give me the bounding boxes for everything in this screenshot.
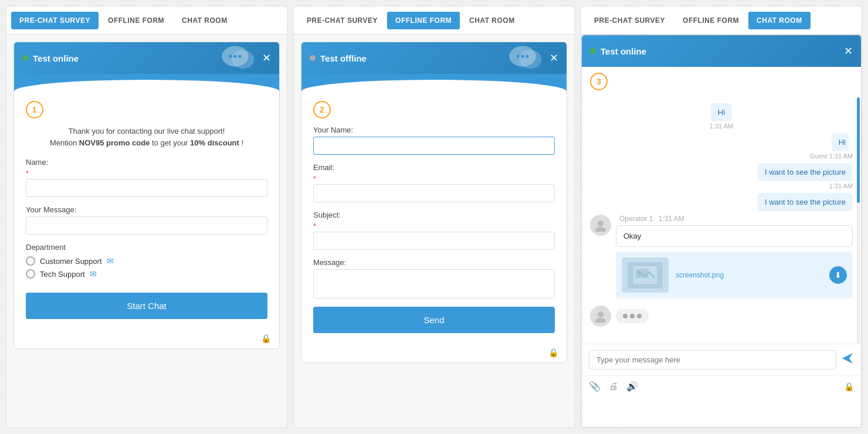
- sound-icon[interactable]: 🔊: [626, 381, 638, 392]
- attachment-icon[interactable]: 📎: [589, 381, 601, 392]
- chat-messages-area[interactable]: Hi 1:31 AM Hi Guest 1:31 AM I want to se…: [582, 97, 861, 344]
- widget-body-2: 2 Your Name: Email: * Subject: * Message…: [301, 91, 567, 343]
- subject-label-2: Subject:: [313, 211, 555, 219]
- svg-point-4: [238, 55, 241, 57]
- tab-chat-room-1[interactable]: CHAT ROOM: [174, 12, 236, 29]
- header-decoration-2: [502, 42, 543, 74]
- svg-marker-17: [842, 353, 853, 364]
- lock-icon-1: 🔒: [261, 334, 271, 343]
- operator-avatar: [590, 215, 611, 236]
- wave-decor-1: [14, 74, 279, 91]
- tab-chat-room-3[interactable]: CHAT ROOM: [748, 12, 811, 29]
- radio-label-cs: Customer Support: [40, 257, 102, 266]
- tab-bar-2: PRE-CHAT SURVEY OFFLINE FORM CHAT ROOM: [294, 6, 574, 35]
- tab-bar-1: PRE-CHAT SURVEY OFFLINE FORM CHAT ROOM: [6, 6, 287, 35]
- download-button[interactable]: ⬇: [829, 266, 847, 284]
- close-button-1[interactable]: ✕: [262, 53, 271, 63]
- chat-widget-2: Test offline ✕ 2 Your Name:: [301, 42, 567, 363]
- email-icon-ts: ✉: [90, 269, 97, 279]
- widget-container-2: Test offline ✕ 2 Your Name:: [294, 35, 574, 428]
- radio-tech-support[interactable]: Tech Support ✉: [26, 269, 267, 279]
- radio-btn-ts[interactable]: [26, 269, 35, 279]
- tab-pre-chat-survey-3[interactable]: PRE-CHAT SURVEY: [586, 12, 673, 29]
- status-dot-2: [310, 55, 316, 61]
- email-input-2[interactable]: [313, 184, 555, 202]
- message-label-1: Your Message:: [26, 205, 267, 214]
- file-name: screenshot.png: [676, 271, 825, 279]
- widget-footer-1: 🔒: [14, 328, 279, 348]
- message-input-area: [582, 344, 861, 375]
- tab-chat-room-2[interactable]: CHAT ROOM: [461, 12, 523, 29]
- panel-pre-chat: PRE-CHAT SURVEY OFFLINE FORM CHAT ROOM T…: [6, 6, 287, 428]
- msg-time-hi: 1:31 AM: [710, 123, 733, 130]
- operator-msg-text: Okay: [616, 225, 853, 247]
- chat-bubble-svg-2: [502, 42, 543, 74]
- message-input-2[interactable]: [313, 269, 555, 299]
- file-row: screenshot.png ⬇: [676, 266, 847, 284]
- lock-icon-2: 🔒: [548, 348, 558, 357]
- radio-customer-support[interactable]: Customer Support ✉: [26, 256, 267, 266]
- svg-point-14: [638, 270, 641, 274]
- msg-time-picture-1: 1:31 AM: [829, 182, 853, 189]
- toolbar-icons: 📎 🖨 🔊 🔒: [582, 375, 861, 396]
- step-circle-2: 2: [313, 101, 331, 118]
- operator-name-time: Operator 1 1:31 AM: [616, 215, 853, 223]
- widget-footer-2: 🔒: [301, 343, 567, 362]
- message-input-1[interactable]: [26, 216, 267, 235]
- wave-decor-2: [301, 74, 567, 91]
- msg-bubble-picture-1: I want to see the picture: [758, 163, 853, 181]
- chat-widget-1: Test online ✕ 1 Thank you for: [13, 42, 280, 349]
- tab-offline-form-3[interactable]: OFFLINE FORM: [674, 12, 747, 29]
- dept-label-1: Department: [26, 243, 267, 252]
- close-button-3[interactable]: ✕: [844, 46, 853, 56]
- subject-input-2[interactable]: [313, 232, 555, 250]
- radio-btn-cs[interactable]: [26, 256, 35, 266]
- svg-point-16: [595, 318, 606, 323]
- close-button-2[interactable]: ✕: [550, 53, 558, 63]
- print-icon[interactable]: 🖨: [609, 381, 618, 392]
- message-input-3[interactable]: [589, 350, 836, 369]
- status-dot-1: [22, 55, 28, 61]
- dot-2: [630, 314, 635, 318]
- tab-bar-3: PRE-CHAT SURVEY OFFLINE FORM CHAT ROOM: [581, 6, 862, 35]
- send-button[interactable]: Send: [313, 307, 555, 333]
- header-left-3: Test online: [590, 46, 646, 56]
- promo-discount: 10% discount: [190, 138, 239, 147]
- message-group-1: Your Message:: [26, 205, 267, 235]
- name-label-1: Name:: [26, 158, 267, 167]
- send-icon-button[interactable]: [841, 352, 854, 368]
- scrollbar-thumb[interactable]: [857, 97, 860, 203]
- radio-label-ts: Tech Support: [40, 270, 85, 279]
- svg-point-9: [525, 55, 528, 57]
- widget-title-2: Test offline: [320, 53, 367, 63]
- widget-title-3: Test online: [601, 46, 646, 56]
- name-group-2: Your Name:: [313, 126, 555, 155]
- promo-text-1: Thank you for contacting our live chat s…: [26, 126, 267, 148]
- header-decoration-1: [215, 42, 256, 74]
- file-preview: screenshot.png ⬇: [616, 252, 853, 299]
- name-input-2[interactable]: [313, 137, 555, 155]
- operator-content: Operator 1 1:31 AM Okay: [616, 215, 853, 299]
- operator-name: Operator 1: [619, 215, 653, 223]
- message-group-2: Message:: [313, 258, 555, 299]
- email-group-2: Email: *: [313, 163, 555, 202]
- msg-row-picture-2: I want to see the picture: [590, 193, 853, 211]
- tab-offline-form-2[interactable]: OFFLINE FORM: [387, 12, 460, 29]
- typing-dots: [616, 309, 649, 323]
- tab-pre-chat-survey-1[interactable]: PRE-CHAT SURVEY: [11, 12, 99, 29]
- tab-pre-chat-survey-2[interactable]: PRE-CHAT SURVEY: [299, 12, 386, 29]
- panel-chat-room: PRE-CHAT SURVEY OFFLINE FORM CHAT ROOM T…: [581, 6, 862, 428]
- name-input-1[interactable]: [26, 179, 267, 197]
- widget-container-3: Test online ✕ 3 Hi 1:31 AM Hi: [581, 35, 862, 428]
- typing-avatar: [590, 306, 611, 327]
- tab-offline-form-1[interactable]: OFFLINE FORM: [100, 12, 172, 29]
- promo-code: NOV95 promo code: [79, 138, 150, 147]
- msg-bubble-guest-hi: Hi: [832, 133, 849, 151]
- required-star-email: *: [313, 174, 555, 183]
- start-chat-button[interactable]: Start Chat: [26, 293, 267, 319]
- step-circle-1: 1: [26, 101, 43, 118]
- email-label-2: Email:: [313, 163, 555, 172]
- step-row-3: 3: [582, 67, 861, 97]
- chat-bubble-svg-1: [215, 42, 256, 74]
- panel-offline-form: PRE-CHAT SURVEY OFFLINE FORM CHAT ROOM T…: [293, 6, 575, 428]
